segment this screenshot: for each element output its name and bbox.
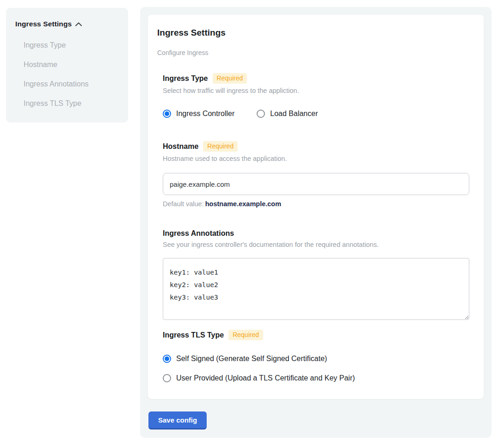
ingress-annotations-section: Ingress Annotations See your ingress con… xyxy=(163,229,469,320)
default-value-text: hostname.example.com xyxy=(205,200,281,208)
ingress-type-help: Select how traffic will ingress to the a… xyxy=(163,87,469,94)
hostname-label: Hostname xyxy=(163,142,198,151)
required-badge: Required xyxy=(203,141,238,152)
save-config-button[interactable]: Save config xyxy=(148,411,207,430)
ingress-annotations-label: Ingress Annotations xyxy=(163,229,234,238)
radio-user-provided[interactable]: User Provided (Upload a TLS Certificate … xyxy=(163,374,469,382)
hostname-input[interactable] xyxy=(163,173,469,195)
radio-load-balancer-label: Load Balancer xyxy=(270,110,318,118)
radio-load-balancer[interactable]: Load Balancer xyxy=(257,110,318,118)
main-panel: Ingress Settings Configure Ingress Ingre… xyxy=(140,7,492,438)
radio-selected-icon xyxy=(163,355,171,363)
ingress-tls-type-section: Ingress TLS Type Required Self Signed (G… xyxy=(163,330,469,382)
sidebar-item-ingress-type[interactable]: Ingress Type xyxy=(15,36,119,55)
ingress-annotations-help: See your ingress controller's documentat… xyxy=(163,241,469,248)
radio-unselected-icon xyxy=(163,374,171,382)
radio-unselected-icon xyxy=(257,110,265,118)
sidebar-section-ingress-settings[interactable]: Ingress Settings xyxy=(15,20,119,28)
radio-user-provided-label: User Provided (Upload a TLS Certificate … xyxy=(176,374,355,382)
ingress-annotations-textarea[interactable]: key1: value1 key2: value2 key3: value3 xyxy=(163,258,469,320)
hostname-section: Hostname Required Hostname used to acces… xyxy=(163,141,469,208)
sidebar-item-hostname[interactable]: Hostname xyxy=(15,55,119,74)
hostname-help: Hostname used to access the application. xyxy=(163,155,469,162)
radio-self-signed-label: Self Signed (Generate Self Signed Certif… xyxy=(176,355,327,363)
ingress-type-radio-group: Ingress Controller Load Balancer xyxy=(163,110,469,118)
sidebar-section-title: Ingress Settings xyxy=(15,20,72,28)
page-title: Ingress Settings xyxy=(157,28,474,38)
default-value-label: Default value: xyxy=(163,200,204,208)
hostname-default-line: Default value:hostname.example.com xyxy=(163,200,469,208)
settings-sidebar: Ingress Settings Ingress Type Hostname I… xyxy=(6,8,128,123)
ingress-tls-type-label: Ingress TLS Type xyxy=(163,331,224,339)
sidebar-item-ingress-tls-type[interactable]: Ingress TLS Type xyxy=(15,94,119,113)
required-badge: Required xyxy=(213,73,247,84)
ingress-type-label: Ingress Type xyxy=(163,74,208,83)
sidebar-item-ingress-annotations[interactable]: Ingress Annotations xyxy=(15,74,119,94)
chevron-up-icon xyxy=(75,22,82,26)
required-badge: Required xyxy=(228,330,263,340)
radio-selected-icon xyxy=(163,110,171,118)
radio-ingress-controller[interactable]: Ingress Controller xyxy=(163,110,234,118)
radio-self-signed[interactable]: Self Signed (Generate Self Signed Certif… xyxy=(163,355,469,363)
ingress-type-section: Ingress Type Required Select how traffic… xyxy=(163,73,469,118)
ingress-settings-card: Ingress Settings Configure Ingress Ingre… xyxy=(148,15,484,399)
radio-ingress-controller-label: Ingress Controller xyxy=(176,110,234,118)
page-subtitle: Configure Ingress xyxy=(157,49,474,56)
sidebar-item-list: Ingress Type Hostname Ingress Annotation… xyxy=(15,36,119,113)
